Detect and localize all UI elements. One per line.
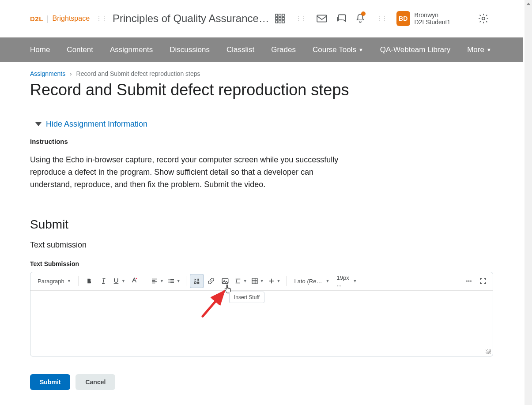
nav-discussions[interactable]: Discussions <box>170 45 210 54</box>
top-header: D2L | Brightspace ⋮⋮ Principles of Quali… <box>0 0 523 38</box>
nav-grades[interactable]: Grades <box>271 45 296 54</box>
bell-icon[interactable] <box>351 8 370 29</box>
svg-rect-5 <box>282 18 284 20</box>
font-family-dropdown[interactable]: Lato (Recom...▼ <box>290 274 332 288</box>
logo-separator: | <box>47 14 49 23</box>
logo[interactable]: D2L | Brightspace <box>30 14 90 23</box>
toolbar-separator <box>286 276 287 286</box>
chat-icon[interactable] <box>332 8 351 29</box>
avatar[interactable]: BD <box>396 11 410 26</box>
breadcrumb: Assignments › Record and Submit defect r… <box>30 70 493 77</box>
scrollbar-up-arrow-icon[interactable] <box>524 0 532 8</box>
instructions-heading: Instructions <box>30 138 493 145</box>
svg-rect-7 <box>279 21 281 23</box>
rich-text-editor: Paragraph▼ ▼ ▼ ▼ ▼ ▼ ▼ <box>30 272 493 356</box>
triangle-down-icon <box>35 122 42 126</box>
gear-icon[interactable] <box>474 8 494 29</box>
svg-point-10 <box>482 17 485 20</box>
page-title: Record and Submit defect reproduction st… <box>30 81 493 99</box>
chevron-down-icon: ▼ <box>260 279 264 283</box>
d2l-logo-text: D2L <box>30 15 43 22</box>
chevron-down-icon: ▼ <box>277 279 281 283</box>
username[interactable]: Bronwyn D2LStudent1 <box>415 11 471 26</box>
list-button[interactable]: ▼ <box>166 274 182 288</box>
svg-point-23 <box>470 281 472 282</box>
svg-rect-20 <box>252 278 257 284</box>
align-button[interactable]: ▼ <box>149 274 166 288</box>
chevron-down-icon: ▼ <box>326 279 330 283</box>
svg-point-12 <box>168 281 169 281</box>
svg-rect-2 <box>282 14 284 16</box>
submit-subtext: Text submission <box>30 240 493 250</box>
resize-handle-icon[interactable] <box>485 348 491 354</box>
cancel-button[interactable]: Cancel <box>75 374 115 390</box>
chevron-down-icon: ▼ <box>67 279 71 283</box>
chevron-down-icon: ▼ <box>160 279 164 283</box>
submit-heading: Submit <box>30 218 493 232</box>
breadcrumb-current: Record and Submit defect reproduction st… <box>76 70 200 77</box>
svg-rect-15 <box>198 279 199 281</box>
chevron-down-icon: ▼ <box>121 279 125 283</box>
svg-rect-3 <box>275 18 278 20</box>
svg-rect-14 <box>197 279 198 281</box>
nav-course-tools[interactable]: Course Tools▼ <box>313 45 363 54</box>
svg-point-21 <box>466 281 468 282</box>
header-separator-icon: ⋮⋮ <box>295 15 306 22</box>
course-navbar: Home Content Assignments Discussions Cla… <box>0 38 523 62</box>
course-title[interactable]: Principles of Quality Assurance - F... <box>113 12 270 25</box>
nav-qa-webteam-library[interactable]: QA-Webteam Library <box>380 45 450 54</box>
brightspace-logo-text: Brightspace <box>53 15 90 22</box>
text-color-button[interactable] <box>127 274 141 288</box>
more-actions-button[interactable] <box>462 274 476 288</box>
apps-grid-icon[interactable] <box>270 8 290 29</box>
svg-point-16 <box>194 282 196 284</box>
toolbar-separator <box>78 276 79 286</box>
nav-classlist[interactable]: Classlist <box>226 45 254 54</box>
mail-icon[interactable] <box>312 8 332 29</box>
editor-toolbar: Paragraph▼ ▼ ▼ ▼ ▼ ▼ ▼ <box>30 272 493 291</box>
table-button[interactable]: ▼ <box>249 274 266 288</box>
svg-rect-8 <box>282 21 284 23</box>
toggle-assignment-info[interactable]: Hide Assignment Information <box>30 120 493 129</box>
nav-content[interactable]: Content <box>67 45 93 54</box>
nav-home[interactable]: Home <box>30 45 50 54</box>
header-separator-icon: ⋮⋮ <box>96 15 106 22</box>
insert-image-button[interactable] <box>218 274 232 288</box>
underline-button[interactable]: ▼ <box>110 274 127 288</box>
italic-button[interactable] <box>96 274 110 288</box>
chevron-down-icon: ▼ <box>358 47 363 52</box>
toggle-label: Hide Assignment Information <box>46 120 147 129</box>
text-submission-label: Text Submission <box>30 260 493 267</box>
svg-point-11 <box>168 279 169 280</box>
insert-link-button[interactable] <box>204 274 218 288</box>
svg-rect-4 <box>279 18 281 20</box>
chevron-down-icon: ▼ <box>353 279 357 283</box>
svg-rect-17 <box>197 282 200 284</box>
toolbar-separator <box>186 276 186 286</box>
instructions-body: Using the Echo in-browser capture, recor… <box>30 154 339 191</box>
svg-point-22 <box>468 281 470 282</box>
svg-rect-6 <box>275 21 278 23</box>
insert-stuff-button[interactable] <box>190 274 204 288</box>
bold-button[interactable] <box>82 274 96 288</box>
insert-more-button[interactable]: ▼ <box>266 274 283 288</box>
equation-button[interactable]: ▼ <box>232 274 249 288</box>
svg-rect-18 <box>222 279 228 284</box>
svg-point-13 <box>168 282 169 283</box>
fullscreen-button[interactable] <box>476 274 490 288</box>
breadcrumb-separator-icon: › <box>70 70 72 77</box>
font-size-dropdown[interactable]: 19px ...▼ <box>332 274 360 288</box>
nav-assignments[interactable]: Assignments <box>110 45 153 54</box>
nav-more[interactable]: More▼ <box>467 45 491 54</box>
tooltip-insert-stuff: Insert Stuff <box>229 292 264 303</box>
breadcrumb-root[interactable]: Assignments <box>30 70 65 77</box>
action-buttons: Submit Cancel <box>30 374 493 390</box>
svg-rect-0 <box>275 14 278 16</box>
header-separator-icon: ⋮⋮ <box>376 15 387 22</box>
toolbar-separator <box>145 276 145 286</box>
chevron-down-icon: ▼ <box>177 279 181 283</box>
browser-scrollbar[interactable] <box>524 0 532 405</box>
submit-button[interactable]: Submit <box>30 374 70 390</box>
notification-dot-icon <box>361 11 366 16</box>
paragraph-format-dropdown[interactable]: Paragraph▼ <box>33 274 75 288</box>
